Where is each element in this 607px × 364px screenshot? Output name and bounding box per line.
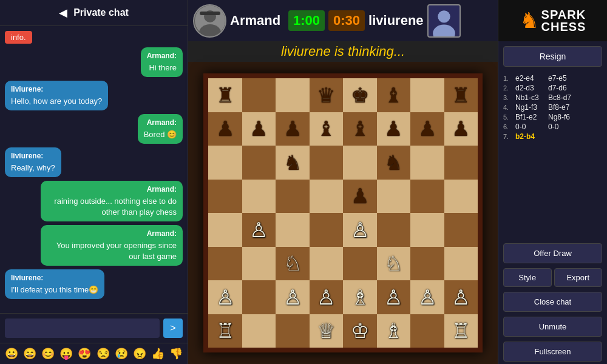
white-piece: ♙ <box>216 287 234 308</box>
board-square[interactable] <box>377 213 411 247</box>
chat-send-button[interactable]: > <box>163 318 183 338</box>
emoji-button[interactable]: 😀 <box>5 347 18 360</box>
board-square[interactable]: ♞ <box>377 146 411 180</box>
board-square[interactable]: ♝ <box>310 112 344 146</box>
chat-input[interactable] <box>5 318 160 338</box>
emoji-button[interactable]: 😊 <box>41 347 55 360</box>
board-square[interactable] <box>410 180 444 214</box>
board-square[interactable] <box>343 247 377 281</box>
board-square[interactable]: ♖ <box>208 314 242 348</box>
emoji-button[interactable]: 😢 <box>115 347 128 360</box>
board-square[interactable]: ♙ <box>444 280 478 314</box>
board-square[interactable]: ♘ <box>377 247 411 281</box>
board-square[interactable]: ♟ <box>208 112 242 146</box>
board-square[interactable] <box>208 146 242 180</box>
emoji-button[interactable]: 😛 <box>59 347 73 360</box>
board-square[interactable] <box>377 180 411 214</box>
emoji-button[interactable]: 😍 <box>78 347 91 360</box>
emoji-button[interactable]: 😄 <box>23 347 36 360</box>
board-square[interactable] <box>310 146 344 180</box>
board-square[interactable]: ♗ <box>377 314 411 348</box>
board-square[interactable]: ♚ <box>343 78 377 112</box>
board-square[interactable]: ♙ <box>410 280 444 314</box>
board-square[interactable] <box>242 78 276 112</box>
board-square[interactable] <box>410 247 444 281</box>
board-square[interactable]: ♕ <box>310 314 344 348</box>
board-square[interactable] <box>310 247 344 281</box>
board-square[interactable]: ♙ <box>310 280 344 314</box>
black-piece: ♜ <box>216 85 234 106</box>
board-square[interactable]: ♝ <box>343 112 377 146</box>
board-square[interactable]: ♞ <box>276 146 310 180</box>
board-square[interactable]: ♝ <box>377 78 411 112</box>
move-number: 4. <box>503 104 513 111</box>
board-square[interactable] <box>276 213 310 247</box>
board-square[interactable] <box>444 247 478 281</box>
move-row: 5.Bf1-e2Ng8-f6 <box>503 113 602 121</box>
board-square[interactable]: ♟ <box>242 112 276 146</box>
spark-text: SPARK CHESS <box>541 8 586 33</box>
black-piece: ♟ <box>418 118 436 139</box>
thinking-text: liviurene is thinking... <box>281 44 405 59</box>
white-piece: ♙ <box>384 287 402 308</box>
style-button[interactable]: Style <box>503 268 552 287</box>
message-sender: liviurene: <box>11 273 98 283</box>
board-square[interactable] <box>310 180 344 214</box>
board-square[interactable] <box>242 146 276 180</box>
board-square[interactable] <box>242 247 276 281</box>
unmute-button[interactable]: Unmute <box>503 317 602 337</box>
board-square[interactable]: ♗ <box>343 280 377 314</box>
board-square[interactable] <box>410 314 444 348</box>
board-square[interactable] <box>276 180 310 214</box>
black-piece: ♟ <box>216 118 234 139</box>
emoji-button[interactable]: 👍 <box>151 347 164 360</box>
close-chat-button[interactable]: Close chat <box>503 292 602 312</box>
board-square[interactable]: ♙ <box>242 213 276 247</box>
chess-board[interactable]: ♜♛♚♝♜♟♟♟♝♝♟♟♟♞♞♟♙♙♘♘♙♙♙♗♙♙♙♖♕♔♗♖ <box>203 73 483 352</box>
board-square[interactable]: ♙ <box>276 280 310 314</box>
fullscreen-button[interactable]: Fullscreen <box>503 342 602 362</box>
emoji-button[interactable]: 😠 <box>133 347 146 360</box>
offer-draw-button[interactable]: Offer Draw <box>503 243 602 263</box>
board-square[interactable]: ♟ <box>343 180 377 214</box>
chat-message: Armand:Bored 😊 <box>138 114 183 144</box>
export-button[interactable]: Export <box>554 268 603 287</box>
board-square[interactable]: ♟ <box>377 112 411 146</box>
board-square[interactable] <box>242 280 276 314</box>
back-button[interactable]: ◀ <box>59 6 67 19</box>
board-square[interactable]: ♖ <box>444 314 478 348</box>
board-square[interactable]: ♙ <box>208 280 242 314</box>
board-square[interactable] <box>242 180 276 214</box>
black-piece: ♟ <box>283 118 302 139</box>
board-square[interactable] <box>343 146 377 180</box>
board-square[interactable]: ♟ <box>276 112 310 146</box>
emoji-button[interactable]: 👎 <box>169 347 183 360</box>
board-square[interactable]: ♜ <box>208 78 242 112</box>
board-square[interactable]: ♙ <box>377 280 411 314</box>
board-square[interactable] <box>208 180 242 214</box>
board-square[interactable]: ♘ <box>276 247 310 281</box>
board-square[interactable] <box>444 213 478 247</box>
board-square[interactable]: ♟ <box>444 112 478 146</box>
board-square[interactable] <box>242 314 276 348</box>
board-square[interactable] <box>208 247 242 281</box>
emoji-button[interactable]: 😒 <box>97 347 110 360</box>
board-square[interactable] <box>410 213 444 247</box>
board-square[interactable]: ♟ <box>410 112 444 146</box>
white-piece: ♘ <box>384 253 402 274</box>
board-square[interactable] <box>444 180 478 214</box>
black-piece: ♞ <box>384 152 402 173</box>
board-square[interactable] <box>276 314 310 348</box>
board-square[interactable]: ♛ <box>310 78 344 112</box>
resign-button[interactable]: Resign <box>503 46 602 67</box>
board-square[interactable] <box>276 78 310 112</box>
board-square[interactable] <box>444 146 478 180</box>
board-square[interactable] <box>410 146 444 180</box>
board-square[interactable]: ♔ <box>343 314 377 348</box>
board-square[interactable] <box>410 78 444 112</box>
board-square[interactable] <box>310 213 344 247</box>
board-square[interactable] <box>208 213 242 247</box>
message-sender: Armand: <box>47 229 177 239</box>
board-square[interactable]: ♜ <box>444 78 478 112</box>
board-square[interactable]: ♙ <box>343 213 377 247</box>
